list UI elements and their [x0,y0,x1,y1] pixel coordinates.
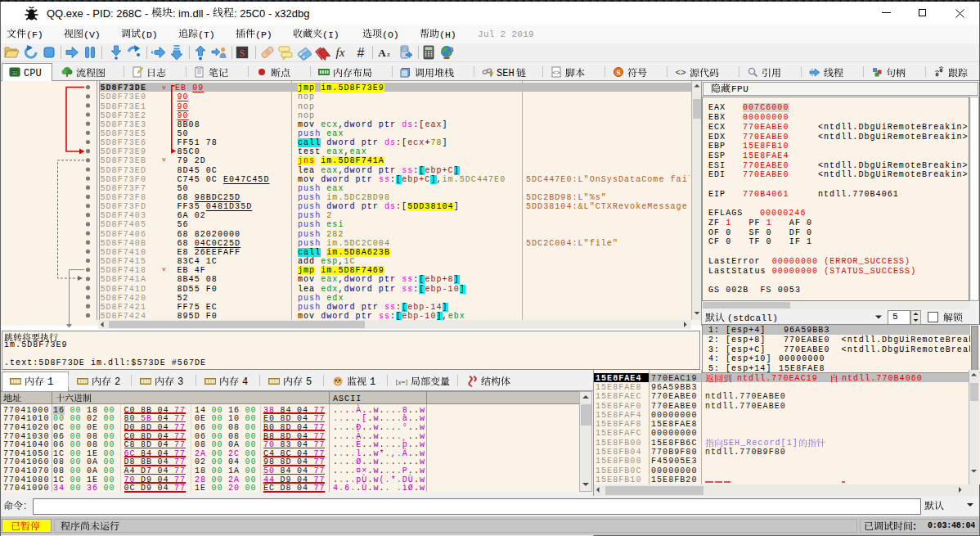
svg-text:[x=]: [x=] [396,378,407,386]
